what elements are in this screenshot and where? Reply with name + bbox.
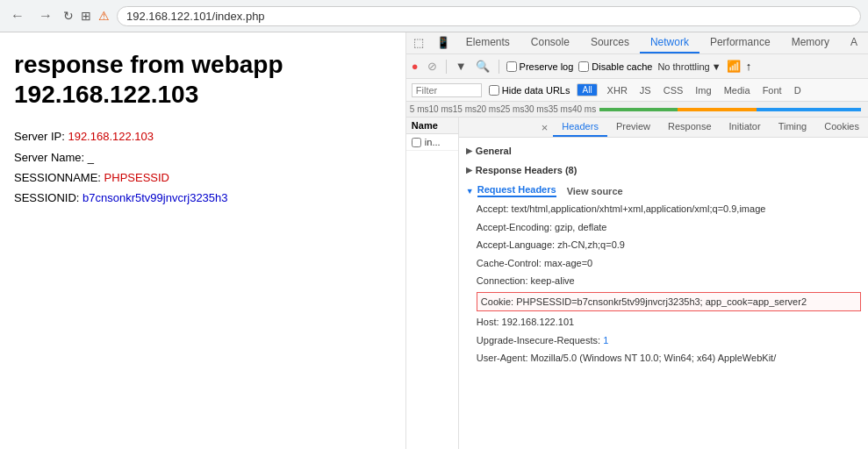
disable-cache-label: Disable cache xyxy=(592,61,652,72)
session-id-line: SESSIONID: b7cnsonkr5tv99jnvcrj3235h3 xyxy=(14,188,391,208)
timeline-bar: 5 ms 10 ms 15 ms 20 ms 25 ms 30 ms 35 ms… xyxy=(406,102,868,118)
name-row-value: in... xyxy=(425,137,441,147)
response-headers-section: ▶ Response Headers (8) xyxy=(459,160,868,180)
tab-initiator[interactable]: Initiator xyxy=(721,118,770,137)
hide-data-urls-checkbox[interactable] xyxy=(489,85,499,96)
general-arrow-icon: ▶ xyxy=(466,146,472,155)
page-title: response from webapp 192.168.122.103 xyxy=(14,50,391,109)
timeline-mark-8: 40 ms xyxy=(572,104,596,114)
hide-data-urls-label: Hide data URLs xyxy=(502,85,570,96)
address-bar[interactable] xyxy=(117,6,861,26)
disable-cache-group: Disable cache xyxy=(578,61,652,72)
timeline-mark-2: 10 ms xyxy=(429,104,453,114)
timeline-progress xyxy=(599,108,861,111)
header-row-accept: Accept: text/html,application/xhtml+xml,… xyxy=(477,200,861,218)
refresh-button[interactable]: ↻ xyxy=(63,9,74,23)
header-row-cookie: Cookie: PHPSESSID=b7cnsonkr5tv99jnvcrj32… xyxy=(477,292,861,312)
throttling-control[interactable]: No throttling ▼ xyxy=(657,61,721,72)
detail-close-button[interactable]: × xyxy=(536,118,554,137)
tab-preview[interactable]: Preview xyxy=(607,118,659,137)
upload-icon: ↑ xyxy=(746,60,752,73)
devtools-top-tabs: ⬚ 📱 Elements Console Sources Network Per… xyxy=(406,32,868,54)
grid-button[interactable]: ⊞ xyxy=(81,9,91,23)
warning-icon: ⚠ xyxy=(98,9,110,23)
throttling-label: No throttling xyxy=(657,61,709,72)
forward-button[interactable]: → xyxy=(35,6,56,25)
filter-font[interactable]: Font xyxy=(760,85,785,96)
devtools-cursor-icon: ⬚ xyxy=(406,32,431,53)
filter-bar: Hide data URLs All XHR JS CSS Img Media … xyxy=(406,79,868,102)
general-section-title[interactable]: ▶ General xyxy=(466,143,861,159)
timeline-mark-6: 30 ms xyxy=(524,104,548,114)
tab-elements[interactable]: Elements xyxy=(456,32,520,53)
filter-media[interactable]: Media xyxy=(721,85,753,96)
header-row-user-agent: User-Agent: Mozilla/5.0 (Windows NT 10.0… xyxy=(477,349,861,367)
page-info: Server IP: 192.168.122.103 Server Name: … xyxy=(14,126,391,209)
toolbar-separator2 xyxy=(499,60,499,74)
timeline-mark-7: 35 ms xyxy=(549,104,572,114)
tab-memory[interactable]: Memory xyxy=(781,32,840,53)
request-headers-title[interactable]: ▼ Request Headers View source xyxy=(466,182,861,200)
preserve-log-checkbox[interactable] xyxy=(506,61,517,72)
timeline-mark-5: 25 ms xyxy=(500,104,524,114)
general-section: ▶ General xyxy=(459,141,868,160)
server-name-line: Server Name: _ xyxy=(14,147,391,167)
filter-input[interactable] xyxy=(412,83,482,97)
tab-headers[interactable]: Headers xyxy=(553,118,607,137)
preserve-log-label: Preserve log xyxy=(520,61,574,72)
response-headers-title[interactable]: ▶ Response Headers (8) xyxy=(466,162,861,178)
disable-cache-checkbox[interactable] xyxy=(578,61,589,72)
name-row: in... xyxy=(406,134,458,151)
response-headers-label: Response Headers (8) xyxy=(476,165,577,175)
header-row-accept-language: Accept-Language: zh-CN,zh;q=0.9 xyxy=(477,236,861,254)
browser-chrome: ← → ↻ ⊞ ⚠ xyxy=(0,0,868,32)
name-column: Name in... xyxy=(406,118,459,449)
header-row-accept-encoding: Accept-Encoding: gzip, deflate xyxy=(477,218,861,237)
back-button[interactable]: ← xyxy=(7,6,28,25)
tab-network[interactable]: Network xyxy=(640,32,699,53)
main-area: response from webapp 192.168.122.103 Ser… xyxy=(0,32,868,449)
name-column-header: Name xyxy=(406,118,458,134)
hide-data-urls-group: Hide data URLs xyxy=(489,85,570,96)
detail-tabs: × Headers Preview Response Initiator Tim… xyxy=(459,118,868,138)
headers-content: ▶ General ▶ Response Headers (8) xyxy=(459,138,868,449)
header-row-connection: Connection: keep-alive xyxy=(477,272,861,290)
clear-button[interactable]: ⊘ xyxy=(426,58,439,75)
tab-console[interactable]: Console xyxy=(520,32,580,53)
nav-bar: ← → ↻ ⊞ ⚠ xyxy=(0,0,868,32)
devtools-panel: ⬚ 📱 Elements Console Sources Network Per… xyxy=(406,32,868,449)
throttle-arrow-icon: ▼ xyxy=(712,61,721,72)
filter-doc[interactable]: D xyxy=(792,85,804,96)
name-row-checkbox[interactable] xyxy=(412,138,421,147)
request-headers-arrow-icon: ▼ xyxy=(466,187,474,196)
filter-img[interactable]: Img xyxy=(692,85,714,96)
filter-xhr[interactable]: XHR xyxy=(605,85,630,96)
request-headers-label: Request Headers xyxy=(477,184,556,197)
header-row-upgrade: Upgrade-Insecure-Requests: 1 xyxy=(477,331,861,350)
tab-cookies[interactable]: Cookies xyxy=(815,118,868,137)
general-label: General xyxy=(476,146,512,156)
network-toolbar: ● ⊘ ▼ 🔍 Preserve log Disable cache No th… xyxy=(406,54,868,79)
filter-js[interactable]: JS xyxy=(637,85,654,96)
detail-panel: × Headers Preview Response Initiator Tim… xyxy=(459,118,868,449)
filter-css[interactable]: CSS xyxy=(661,85,686,96)
tab-more[interactable]: A xyxy=(840,32,868,53)
toolbar-separator xyxy=(446,60,447,74)
wifi-icon: 📶 xyxy=(727,60,741,73)
search-button[interactable]: 🔍 xyxy=(474,58,491,75)
request-headers-content: Accept: text/html,application/xhtml+xml,… xyxy=(466,200,861,367)
tab-performance[interactable]: Performance xyxy=(699,32,781,53)
tab-sources[interactable]: Sources xyxy=(580,32,640,53)
timeline-mark-1: 5 ms xyxy=(410,104,429,114)
record-button[interactable]: ● xyxy=(410,58,420,75)
header-row-host: Host: 192.168.122.101 xyxy=(477,313,861,331)
network-table: Name in... × Headers Preview Response In… xyxy=(406,118,868,449)
view-source-button[interactable]: View source xyxy=(567,186,623,196)
tab-response[interactable]: Response xyxy=(659,118,721,137)
page-content: response from webapp 192.168.122.103 Ser… xyxy=(0,32,406,449)
preserve-log-group: Preserve log xyxy=(506,61,574,72)
server-ip-line: Server IP: 192.168.122.103 xyxy=(14,126,391,146)
filter-button[interactable]: ▼ xyxy=(454,58,469,75)
tab-timing[interactable]: Timing xyxy=(770,118,816,137)
all-filter-button[interactable]: All xyxy=(577,83,597,96)
